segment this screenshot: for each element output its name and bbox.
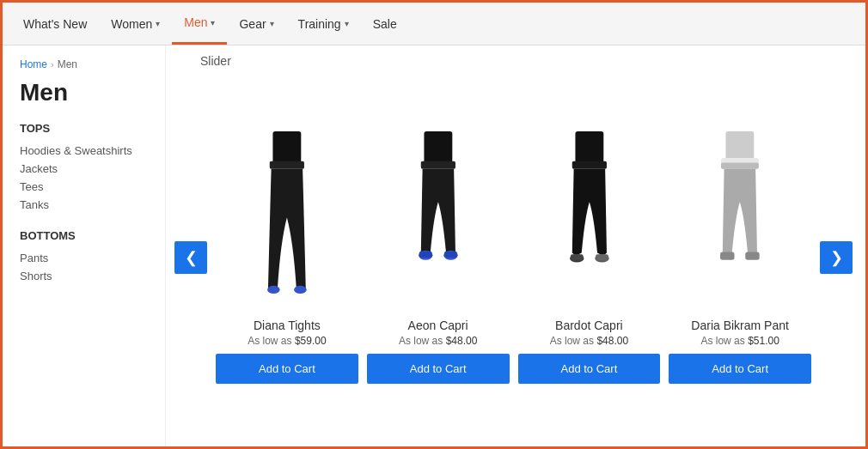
- price-label-diana: As low as: [248, 335, 291, 347]
- chevron-down-icon: ▾: [211, 18, 215, 27]
- svg-rect-9: [444, 251, 457, 257]
- product-card-aeon: Aeon Capri As low as $48.00 Add to Cart: [367, 131, 510, 384]
- svg-rect-11: [572, 161, 606, 168]
- sidebar-item-shorts[interactable]: Shorts: [20, 267, 152, 285]
- sidebar: Home › Men Men TOPS Hoodies & Sweatshirt…: [3, 46, 166, 446]
- sidebar-item-tees[interactable]: Tees: [20, 178, 152, 196]
- product-name-diana: Diana Tights: [254, 319, 321, 332]
- sidebar-item-jackets[interactable]: Jackets: [20, 160, 152, 178]
- breadcrumb: Home › Men: [20, 58, 152, 70]
- products-row: Diana Tights As low as $59.00 Add to Car…: [207, 131, 820, 384]
- product-price-daria: As low as $51.00: [700, 335, 779, 347]
- price-label-aeon: As low as: [399, 335, 443, 347]
- nav-training[interactable]: Training ▾: [286, 3, 361, 45]
- chevron-down-icon: ▾: [345, 19, 349, 28]
- chevron-left-icon: ❮: [185, 248, 198, 267]
- nav-women[interactable]: Women ▾: [99, 3, 172, 45]
- price-value-bardot: $48.00: [596, 335, 628, 347]
- nav-men[interactable]: Men ▾: [172, 3, 227, 45]
- product-image-diana: [216, 131, 358, 312]
- product-card-bardot: Bardot Capri As low as $48.00 Add to Car…: [518, 131, 661, 384]
- svg-rect-1: [270, 161, 304, 168]
- main-content: Home › Men Men TOPS Hoodies & Sweatshirt…: [3, 46, 865, 446]
- product-card-daria: Daria Bikram Pant As low as $51.00 Add t…: [669, 131, 811, 384]
- product-area: Slider ❮: [166, 46, 865, 446]
- price-value-aeon: $48.00: [446, 335, 478, 347]
- carousel-wrapper: ❮: [174, 76, 853, 438]
- product-price-bardot: As low as $48.00: [550, 335, 628, 347]
- product-price-aeon: As low as $48.00: [399, 335, 477, 347]
- product-svg-daria: [669, 131, 811, 312]
- price-value-daria: $51.00: [748, 335, 779, 347]
- carousel-prev-button[interactable]: ❮: [174, 241, 207, 274]
- nav-whats-new[interactable]: What's New: [11, 3, 99, 45]
- svg-rect-8: [419, 251, 432, 257]
- product-name-bardot: Bardot Capri: [555, 319, 623, 332]
- sidebar-item-tanks[interactable]: Tanks: [20, 196, 152, 214]
- svg-point-2: [267, 285, 280, 293]
- svg-rect-18: [721, 162, 759, 168]
- add-to-cart-aeon[interactable]: Add to Cart: [367, 354, 510, 384]
- add-to-cart-daria[interactable]: Add to Cart: [669, 354, 811, 384]
- nav-sale[interactable]: Sale: [361, 3, 409, 45]
- product-card-diana: Diana Tights As low as $59.00 Add to Car…: [216, 131, 358, 384]
- breadcrumb-separator: ›: [51, 59, 54, 70]
- chevron-down-icon: ▾: [156, 19, 160, 28]
- chevron-right-icon: ❯: [830, 248, 843, 267]
- svg-rect-4: [424, 131, 452, 163]
- sidebar-item-hoodies[interactable]: Hoodies & Sweatshirts: [20, 142, 152, 160]
- sidebar-item-pants[interactable]: Pants: [20, 249, 152, 267]
- page-title: Men: [20, 79, 152, 106]
- chevron-down-icon: ▾: [270, 19, 274, 28]
- sidebar-bottoms-heading: BOTTOMS: [20, 229, 152, 242]
- svg-rect-14: [570, 254, 583, 260]
- nav-bar: What's New Women ▾ Men ▾ Gear ▾ Training…: [3, 3, 865, 46]
- add-to-cart-diana[interactable]: Add to Cart: [216, 354, 358, 384]
- svg-rect-10: [575, 131, 603, 163]
- svg-rect-20: [746, 252, 760, 259]
- svg-rect-19: [720, 252, 734, 259]
- product-price-diana: As low as $59.00: [248, 335, 326, 347]
- product-svg-diana: [216, 131, 358, 312]
- price-value-diana: $59.00: [295, 335, 327, 347]
- page-wrapper: What's New Women ▾ Men ▾ Gear ▾ Training…: [0, 0, 868, 449]
- sidebar-tops-heading: TOPS: [20, 122, 152, 135]
- svg-rect-15: [596, 254, 608, 260]
- product-image-aeon: [367, 131, 510, 312]
- breadcrumb-home-link[interactable]: Home: [20, 58, 47, 70]
- add-to-cart-bardot[interactable]: Add to Cart: [518, 354, 661, 384]
- product-svg-aeon: [367, 131, 510, 312]
- product-name-daria: Daria Bikram Pant: [691, 319, 789, 332]
- price-label-daria: As low as: [700, 335, 744, 347]
- slider-label: Slider: [174, 54, 853, 68]
- nav-gear[interactable]: Gear ▾: [227, 3, 285, 45]
- price-label-bardot: As low as: [550, 335, 594, 347]
- svg-rect-5: [421, 161, 455, 168]
- product-image-bardot: [518, 131, 661, 312]
- product-name-aeon: Aeon Capri: [408, 319, 468, 332]
- product-svg-bardot: [518, 131, 661, 312]
- breadcrumb-current: Men: [58, 58, 77, 70]
- carousel-next-button[interactable]: ❯: [820, 241, 853, 274]
- product-image-daria: [669, 131, 811, 312]
- svg-rect-0: [272, 131, 301, 163]
- svg-point-3: [294, 285, 307, 293]
